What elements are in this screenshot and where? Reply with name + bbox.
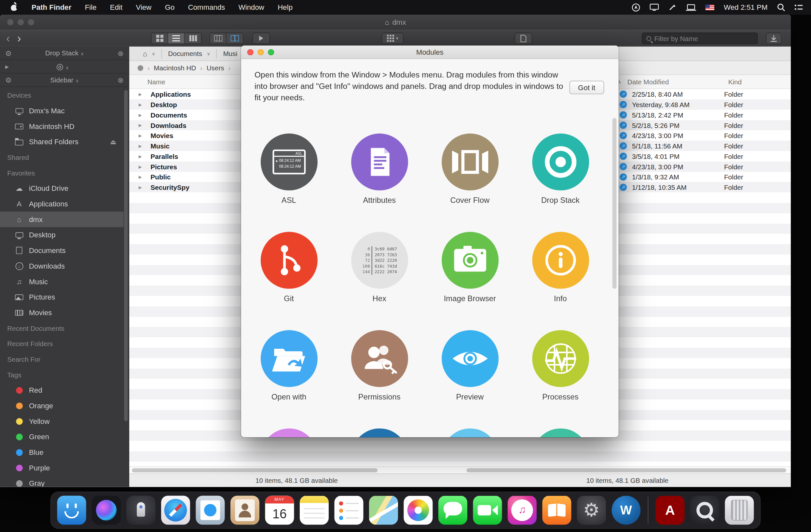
download-button[interactable] [766,33,782,44]
menu-window[interactable]: Window [239,3,264,11]
module-permissions[interactable]: Permissions [334,330,425,401]
module-partial-icon[interactable] [532,428,589,437]
minimize-icon[interactable] [257,49,264,55]
close-icon[interactable] [247,49,254,55]
file-row-detail[interactable]: ↗5/1/18, 11:56 AMFolder [615,141,791,151]
app-w-dock-icon[interactable]: W [612,496,641,525]
module-preview[interactable]: Preview [425,330,515,401]
dialog-title-bar[interactable]: Modules [241,46,619,59]
drop-stack-target-row[interactable]: ▶ ◎∨ [0,60,129,73]
apple-menu-icon[interactable] [11,3,18,11]
section-recent-folders[interactable]: Recent Folders [0,336,124,351]
messages-dock-icon[interactable] [438,496,467,525]
tag-blue[interactable]: Blue [0,444,124,460]
breadcrumb-macintosh-hd[interactable]: Macintosh HD [154,64,196,72]
home-tab[interactable]: ⌂∨ [137,46,162,61]
column-name[interactable]: Name [148,75,165,89]
close-panel-icon[interactable]: ⊗ [118,76,124,84]
sidebar-item-applications[interactable]: AApplications [0,196,124,212]
tag-orange[interactable]: Orange [0,398,124,413]
window-title-bar[interactable]: ⌂dmx [0,14,791,30]
column-date-modified[interactable]: Date Modified [627,75,669,89]
sidebar-header[interactable]: ⚙ Sidebar∨ ⊗ [0,74,129,87]
module-drop-stack[interactable]: Drop Stack [515,134,606,204]
dialog-traffic-lights[interactable] [247,49,274,55]
single-pane-button[interactable] [210,33,227,44]
contacts-dock-icon[interactable] [230,496,259,525]
file-row-detail[interactable]: ↗5/2/18, 5:26 PMFolder [615,120,791,131]
file-row-detail[interactable]: ↗4/23/18, 3:00 PMFolder [615,162,791,172]
file-row-detail[interactable]: ↗2/25/18, 8:40 AMFolder [615,89,791,99]
file-row-detail[interactable]: ↗1/3/18, 9:32 AMFolder [615,172,791,182]
sidebar-item-desktop[interactable]: Desktop [0,227,124,243]
apple-crumb-icon[interactable] [138,65,143,70]
play-button[interactable] [253,33,270,44]
maps-dock-icon[interactable] [369,496,398,525]
module-partial-icon[interactable] [260,428,317,437]
back-button[interactable]: ‹ [6,33,10,44]
tab-music[interactable]: Musi [217,46,244,61]
module-processes[interactable]: Processes [515,330,606,401]
calendar-dock-icon[interactable]: MAY16 [265,496,294,525]
safari-dock-icon[interactable] [161,496,190,525]
gear-icon[interactable]: ⚙ [5,49,12,57]
list-view-button[interactable] [168,33,185,44]
dialog-scrollbar[interactable] [612,118,617,288]
file-row-detail[interactable]: ↗4/23/18, 3:00 PMFolder [615,130,791,141]
column-view-button[interactable] [185,33,201,44]
menu-edit[interactable]: Edit [110,3,122,11]
module-git[interactable]: Git [244,232,334,303]
menu-file[interactable]: File [85,3,97,11]
module-info[interactable]: Info [515,232,606,303]
trash-dock-icon[interactable] [725,496,754,525]
sidebar-item-shared-folders[interactable]: Shared Folders⏏ [0,134,124,150]
mail-dock-icon[interactable] [196,496,225,525]
pen-icon[interactable] [669,3,677,11]
itunes-dock-icon[interactable]: ♫ [508,496,537,525]
module-partial-icon[interactable] [351,428,408,437]
tag-red[interactable]: Red [0,382,124,398]
menu-view[interactable]: View [136,3,152,11]
got-it-button[interactable]: Got it [569,81,604,94]
launchpad-dock-icon[interactable] [127,496,156,525]
disclosure-triangle-icon[interactable]: ▶ [139,185,146,189]
disclosure-triangle-icon[interactable]: ▶ [139,123,146,127]
menu-go[interactable]: Go [165,3,175,11]
drop-target-icon[interactable]: ◎ [56,62,63,71]
sidebar-item-downloads[interactable]: ↓Downloads [0,258,124,274]
module-image-browser[interactable]: Image Browser [425,232,515,303]
finder-dock-icon[interactable] [57,496,86,525]
sidebar-item-documents[interactable]: Documents [0,243,124,258]
display-menubar-icon[interactable] [650,4,659,11]
sidebar-item-dmx[interactable]: ⌂dmx [0,212,124,227]
section-recent-documents[interactable]: Recent Documents [0,320,124,336]
module-asl[interactable]: ASL ▶08:24:12 AM 08:24:12 AM ASL [244,134,334,204]
left-pane-hscroll-thumb[interactable] [132,468,378,472]
disclosure-triangle-icon[interactable]: ▶ [139,102,146,107]
module-cover-flow[interactable]: Cover Flow [425,134,515,204]
disclosure-triangle-icon[interactable]: ▶ [5,64,9,69]
menu-commands[interactable]: Commands [188,3,225,11]
icon-view-button[interactable] [152,33,168,44]
siri-dock-icon[interactable] [92,496,121,525]
file-row-detail[interactable]: ↗3/5/18, 4:01 PMFolder [615,151,791,162]
quicktime-dock-icon[interactable] [690,496,719,525]
notification-center-icon[interactable] [794,4,802,11]
eject-icon[interactable]: ⏏ [110,138,117,146]
tab-documents[interactable]: Documents∨ [162,46,216,61]
module-partial-icon[interactable] [441,428,498,437]
module-hex[interactable]: 03c69 6d67 362073 7263 723d22 2220 10861… [334,232,425,303]
zoom-icon[interactable] [268,49,274,55]
file-row-detail[interactable]: ↗Yesterday, 9:48 AMFolder [615,99,791,110]
file-row-detail[interactable]: ↗1/12/18, 10:35 AMFolder [615,182,791,193]
tag-gray[interactable]: Gray [0,476,124,487]
page-button[interactable] [515,33,532,44]
reminders-dock-icon[interactable] [334,496,363,525]
ibooks-dock-icon[interactable] [542,496,571,525]
sidebar-item-icloud-drive[interactable]: ☁iCloud Drive [0,181,124,196]
spotlight-search-icon[interactable] [777,3,785,11]
photos-dock-icon[interactable] [403,496,432,525]
system-preferences-dock-icon[interactable]: ⚙ [577,496,606,525]
sidebar-item-movies[interactable]: Movies [0,305,124,320]
filter-input[interactable] [654,34,753,42]
